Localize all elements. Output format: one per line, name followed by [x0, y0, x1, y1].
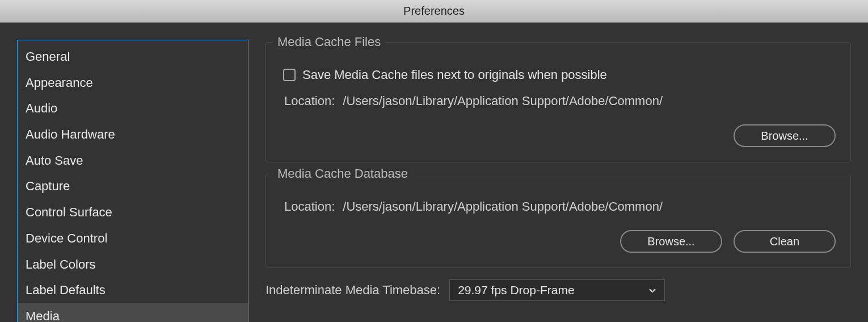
timebase-label: Indeterminate Media Timebase:	[266, 283, 440, 298]
preferences-body: General Appearance Audio Audio Hardware …	[0, 23, 868, 322]
cache-files-location-value: /Users/jason/Library/Application Support…	[343, 94, 663, 108]
cache-files-button-row: Browse...	[281, 124, 836, 147]
sidebar-item-control-surface[interactable]: Control Surface	[18, 199, 248, 225]
media-cache-database-group: Media Cache Database Location: /Users/ja…	[266, 174, 851, 268]
cache-files-browse-button[interactable]: Browse...	[734, 124, 836, 147]
cache-db-location-value: /Users/jason/Library/Application Support…	[343, 199, 663, 214]
sidebar-item-general[interactable]: General	[18, 44, 248, 70]
sidebar-item-label-defaults[interactable]: Label Defaults	[18, 277, 248, 303]
chevron-down-icon	[648, 286, 656, 294]
cache-files-location-row: Location: /Users/jason/Library/Applicati…	[284, 94, 836, 108]
sidebar-item-audio-hardware[interactable]: Audio Hardware	[18, 122, 248, 148]
cache-db-location-label: Location:	[284, 199, 335, 214]
cache-files-location-label: Location:	[284, 94, 335, 108]
timebase-dropdown[interactable]: 29.97 fps Drop-Frame	[449, 279, 665, 301]
media-cache-files-group: Media Cache Files Save Media Cache files…	[266, 42, 851, 162]
cache-db-clean-button[interactable]: Clean	[734, 230, 836, 253]
save-next-to-originals-checkbox[interactable]	[283, 69, 296, 81]
timebase-value: 29.97 fps Drop-Frame	[458, 283, 574, 297]
timebase-row: Indeterminate Media Timebase: 29.97 fps …	[266, 279, 851, 301]
categories-sidebar: General Appearance Audio Audio Hardware …	[17, 40, 248, 322]
media-cache-files-legend: Media Cache Files	[273, 35, 385, 49]
sidebar-item-media[interactable]: Media	[18, 303, 248, 322]
save-next-to-originals-label: Save Media Cache files next to originals…	[302, 68, 607, 82]
media-cache-database-legend: Media Cache Database	[273, 166, 412, 181]
titlebar: Preferences	[0, 0, 868, 23]
cache-db-location-row: Location: /Users/jason/Library/Applicati…	[284, 199, 836, 214]
cache-db-browse-button[interactable]: Browse...	[620, 230, 722, 253]
sidebar-item-auto-save[interactable]: Auto Save	[18, 148, 248, 174]
cache-db-button-row: Browse... Clean	[281, 230, 836, 253]
sidebar-item-audio[interactable]: Audio	[18, 95, 248, 122]
sidebar-item-label-colors[interactable]: Label Colors	[18, 252, 248, 278]
save-next-to-originals-row: Save Media Cache files next to originals…	[283, 68, 836, 82]
main-panel: Media Cache Files Save Media Cache files…	[266, 40, 851, 322]
sidebar-item-capture[interactable]: Capture	[18, 173, 248, 199]
sidebar-item-device-control[interactable]: Device Control	[18, 225, 248, 252]
window-title: Preferences	[403, 5, 465, 18]
sidebar-item-appearance[interactable]: Appearance	[18, 70, 248, 96]
